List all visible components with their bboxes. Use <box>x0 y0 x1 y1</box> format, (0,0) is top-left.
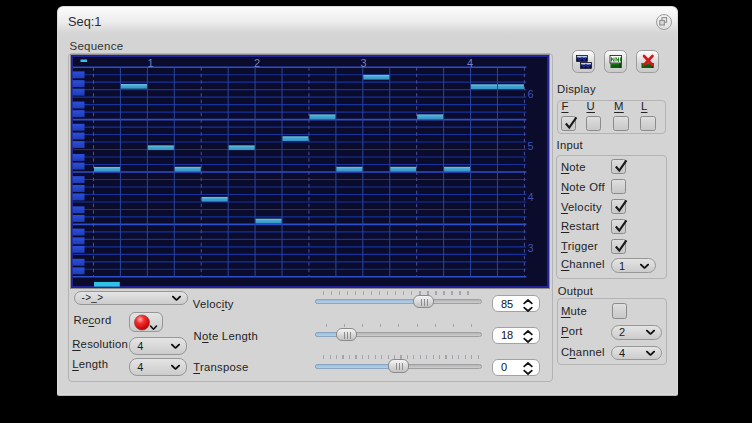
svg-text:3: 3 <box>527 242 533 254</box>
svg-text:6: 6 <box>527 88 533 100</box>
svg-text:3: 3 <box>360 57 366 69</box>
svg-text:1: 1 <box>147 57 153 69</box>
svg-text:2: 2 <box>254 57 260 69</box>
svg-text:4: 4 <box>527 191 533 203</box>
svg-text:4: 4 <box>467 57 473 69</box>
svg-text:5: 5 <box>527 140 533 152</box>
